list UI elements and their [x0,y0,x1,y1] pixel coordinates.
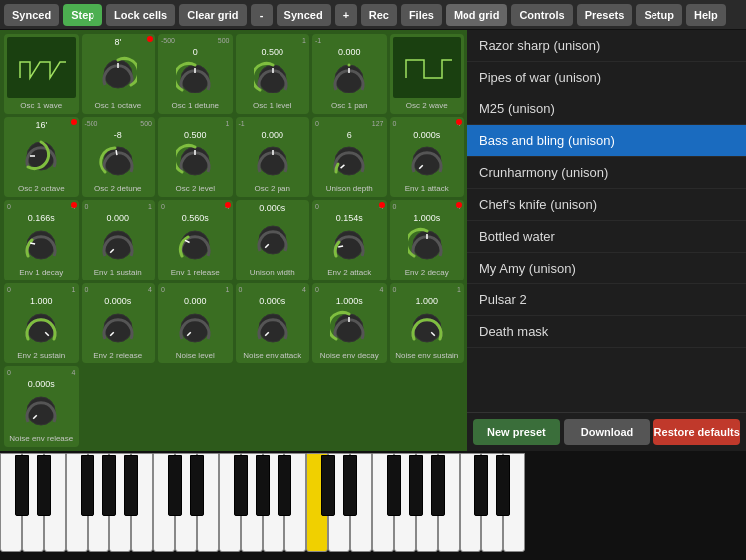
env1-sustain-knob[interactable] [99,226,137,264]
piano-black-key-19[interactable] [431,455,445,516]
env1-release-label: Env 1 release [171,269,220,278]
osc2-pan-knob[interactable] [254,142,291,180]
noise-env-release-knob[interactable] [22,392,60,430]
download-button[interactable]: Download [564,419,651,445]
noise-level-cell[interactable]: 01 0.000 Noise level [158,283,233,364]
unison-depth-knob[interactable] [330,142,368,180]
env2-sustain-knob[interactable] [22,309,60,347]
osc1-pan-cell[interactable]: -1 0.000 Osc 1 pan [312,34,387,114]
noise-env-sustain-cell[interactable]: 01 1.000 Noise env sustain [390,283,465,364]
mod-grid-button[interactable]: Mod grid [446,4,507,26]
osc1-octave-cell[interactable]: 8' Osc 1 octave [82,34,156,114]
unison-width-knob[interactable] [254,221,291,259]
osc1-wave-cell[interactable]: Osc 1 wave [4,34,79,114]
svg-line-11 [116,151,117,156]
env1-release-cell[interactable]: 04 0.560s Env 1 release [158,200,233,280]
preset-item-4[interactable]: Crunharmony (unison) [467,157,746,189]
osc2-detune-knob[interactable] [99,142,137,180]
svg-point-44 [27,397,55,425]
osc1-pan-knob[interactable] [330,60,368,97]
osc1-level-cell[interactable]: 1 0.500 Osc 1 level [236,34,310,114]
env1-decay-cell[interactable]: 04 0.166s Env 1 decay [4,200,79,280]
env2-release-knob[interactable] [99,309,137,347]
piano-black-key-17[interactable] [387,455,401,516]
preset-item-5[interactable]: Chef's knife (unison) [467,189,746,221]
clear-grid-button[interactable]: Clear grid [179,4,246,26]
noise-env-sustain-knob[interactable] [408,309,446,347]
osc1-level-knob[interactable] [254,60,291,97]
env1-release-knob[interactable] [176,226,214,264]
osc2-level-cell[interactable]: 1 0.500 Osc 2 level [158,117,233,198]
osc1-pan-label: Osc 1 pan [331,102,367,111]
osc1-octave-label: Osc 1 octave [94,102,141,111]
osc2-level-knob[interactable] [176,142,214,180]
env1-attack-knob[interactable] [408,142,446,180]
piano-black-key-10[interactable] [234,455,248,516]
piano-black-key-21[interactable] [474,455,488,516]
osc1-detune-knob[interactable] [176,60,214,97]
piano-black-key-11[interactable] [256,455,270,516]
unison-depth-cell[interactable]: 0127 6 Unison depth [312,117,387,198]
noise-env-decay-knob[interactable] [330,309,368,347]
red-dot-env2atk [379,202,385,208]
osc2-octave-knob[interactable] [22,137,60,175]
env2-decay-knob[interactable] [408,226,446,264]
piano-black-key-0[interactable] [15,455,29,516]
piano-black-key-15[interactable] [343,455,357,516]
piano-black-key-3[interactable] [81,455,94,516]
preset-item-3[interactable]: Bass and bling (unison) [467,125,746,157]
preset-item-8[interactable]: Pulsar 2 [467,284,746,316]
osc1-detune-cell[interactable]: -500500 0 Osc 1 detune [158,34,233,114]
unison-width-cell[interactable]: 0.000s Unison width [236,200,310,280]
plus-button[interactable]: + [335,4,357,26]
piano-black-key-12[interactable] [278,455,291,516]
setup-button[interactable]: Setup [636,4,682,26]
preset-item-0[interactable]: Razor sharp (unison) [467,30,746,62]
osc2-octave-value: 16' [35,120,47,130]
new-preset-button[interactable]: New preset [473,419,560,445]
preset-item-6[interactable]: Bottled water [467,221,746,253]
osc2-octave-cell[interactable]: 16' Osc 2 octave [4,117,79,198]
env2-decay-cell[interactable]: 04 1.000s Env 2 decay [390,200,465,280]
preset-item-7[interactable]: My Amy (unison) [467,253,746,284]
env1-decay-knob[interactable] [22,226,60,264]
synced1-button[interactable]: Synced [4,4,59,26]
piano-black-key-18[interactable] [409,455,423,516]
piano-black-key-22[interactable] [496,455,510,516]
rec-button[interactable]: Rec [361,4,397,26]
piano-black-key-5[interactable] [124,455,138,516]
files-button[interactable]: Files [401,4,442,26]
env2-release-cell[interactable]: 04 0.000s Env 2 release [82,283,156,364]
minus-button[interactable]: - [251,4,273,26]
env1-sustain-cell[interactable]: 01 0.000 Env 1 sustain [82,200,156,280]
osc1-octave-knob[interactable] [99,55,137,93]
noise-env-decay-cell[interactable]: 04 1.000s Noise env decay [312,283,387,364]
noise-level-knob[interactable] [176,309,214,347]
noise-env-release-cell[interactable]: 04 0.000s Noise env release [4,366,79,447]
help-button[interactable]: Help [686,4,726,26]
lock-cells-button[interactable]: Lock cells [106,4,175,26]
env2-attack-cell[interactable]: 04 0.154s Env 2 attack [312,200,387,280]
controls-button[interactable]: Controls [511,4,572,26]
noise-env-attack-value: 0.000s [259,296,285,306]
piano-black-key-1[interactable] [37,455,51,516]
env2-attack-knob[interactable] [330,226,368,264]
piano-black-key-7[interactable] [168,455,182,516]
restore-defaults-button[interactable]: Restore defaults [653,419,740,445]
piano-black-key-14[interactable] [321,455,335,516]
piano-black-key-4[interactable] [102,455,116,516]
step-button[interactable]: Step [63,4,102,26]
osc2-pan-cell[interactable]: -1 0.000 Osc 2 pan [236,117,310,198]
osc2-detune-cell[interactable]: -500500 -8 Osc 2 detune [82,117,156,198]
preset-item-1[interactable]: Pipes of war (unison) [467,62,746,93]
synced2-button[interactable]: Synced [277,4,331,26]
env2-sustain-cell[interactable]: 01 1.000 Env 2 sustain [4,283,79,364]
preset-item-9[interactable]: Death mask [467,316,746,348]
env1-attack-cell[interactable]: 04 0.000s Env 1 attack [390,117,465,198]
noise-env-attack-cell[interactable]: 04 0.000s Noise env attack [236,283,310,364]
preset-item-2[interactable]: M25 (unison) [467,93,746,125]
presets-button[interactable]: Presets [577,4,633,26]
piano-black-key-8[interactable] [190,455,204,516]
osc2-wave-cell[interactable]: Osc 2 wave [390,34,465,114]
noise-env-attack-knob[interactable] [254,309,291,347]
